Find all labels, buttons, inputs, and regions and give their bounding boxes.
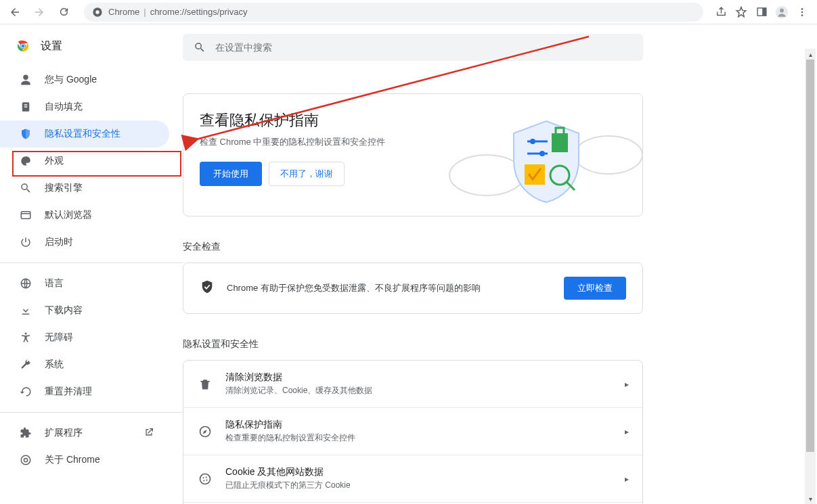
settings-search[interactable]	[183, 34, 643, 61]
shield-check-icon	[200, 279, 215, 297]
sidebar-item-autofill[interactable]: 自动填充	[0, 93, 169, 120]
guide-illustration	[446, 94, 642, 216]
sidebar-item-search-engine[interactable]: 搜索引擎	[0, 175, 169, 202]
search-icon	[19, 181, 32, 195]
power-icon	[19, 235, 32, 249]
guide-title: 查看隐私保护指南	[200, 110, 430, 131]
row-privacy-guide[interactable]: 隐私保护指南检查重要的隐私控制设置和安全控件 ▸	[183, 408, 642, 455]
svg-point-23	[539, 151, 545, 156]
chevron-right-icon: ▸	[625, 380, 629, 389]
svg-point-30	[200, 474, 211, 484]
sidebar-item-appearance[interactable]: 外观	[0, 147, 169, 175]
shield-icon	[19, 127, 32, 141]
person-icon	[19, 73, 32, 87]
svg-point-6	[801, 8, 803, 10]
sidebar-item-on-startup[interactable]: 启动时	[0, 229, 169, 256]
scrollbar[interactable]: ▴ ▾	[805, 49, 816, 504]
sidebar-item-label: 启动时	[45, 236, 73, 248]
arrow-right-icon	[33, 6, 45, 18]
sidebar-item-label: 语言	[45, 277, 64, 290]
row-sub: 清除浏览记录、Cookie、缓存及其他数据	[225, 385, 613, 396]
svg-point-16	[21, 455, 30, 465]
svg-point-5	[780, 8, 784, 12]
sidebar-item-label: 重置并清理	[45, 386, 92, 398]
url-text: Chrome|chrome://settings/privacy	[108, 7, 247, 17]
accessibility-icon	[19, 331, 32, 344]
chrome-favicon-icon	[92, 7, 103, 18]
row-clear-browsing-data[interactable]: 清除浏览数据清除浏览记录、Cookie、缓存及其他数据 ▸	[183, 361, 642, 408]
privacy-guide-card: 查看隐私保护指南 检查 Chrome 中重要的隐私控制设置和安全控件 开始使用 …	[183, 93, 643, 216]
sidebar-item-languages[interactable]: 语言	[0, 270, 169, 297]
svg-rect-12	[21, 212, 30, 219]
profile-icon[interactable]	[775, 5, 789, 19]
svg-point-8	[801, 14, 803, 16]
share-icon[interactable]	[714, 5, 728, 19]
guide-dismiss-button[interactable]: 不用了，谢谢	[269, 162, 345, 186]
settings-search-input[interactable]	[215, 42, 632, 53]
sidebar-item-you-and-google[interactable]: 您与 Google	[0, 66, 169, 93]
privacy-heading: 隐私设置和安全性	[183, 338, 817, 350]
wrench-icon	[19, 358, 32, 371]
svg-point-18	[449, 155, 524, 196]
chrome-icon	[19, 453, 32, 467]
globe-icon	[19, 277, 32, 290]
svg-point-17	[24, 458, 27, 461]
privacy-list: 清除浏览数据清除浏览记录、Cookie、缓存及其他数据 ▸ 隐私保护指南检查重要…	[183, 360, 643, 504]
sidebar-item-reset[interactable]: 重置并清理	[0, 378, 169, 405]
sidebar-item-label: 外观	[45, 155, 64, 167]
sidebar-item-accessibility[interactable]: 无障碍	[0, 324, 169, 351]
sidebar-item-default-browser[interactable]: 默认浏览器	[0, 202, 169, 229]
safety-check-button[interactable]: 立即检查	[564, 277, 626, 300]
svg-point-34	[206, 479, 207, 480]
panel-icon[interactable]	[755, 5, 768, 19]
safety-text: Chrome 有助于保护您免受数据泄露、不良扩展程序等问题的影响	[227, 282, 552, 294]
svg-point-19	[575, 136, 642, 174]
compass-icon	[197, 423, 213, 440]
guide-start-button[interactable]: 开始使用	[200, 162, 262, 186]
row-sub: 检查重要的隐私控制设置和安全控件	[225, 432, 613, 444]
sidebar-item-system[interactable]: 系统	[0, 351, 169, 378]
scroll-thumb[interactable]	[806, 60, 814, 452]
svg-point-1	[95, 10, 99, 14]
browser-toolbar: Chrome|chrome://settings/privacy	[0, 0, 817, 24]
svg-rect-26	[525, 164, 545, 185]
svg-point-15	[25, 333, 27, 335]
bookmark-star-icon[interactable]	[734, 5, 748, 19]
row-cookies[interactable]: Cookie 及其他网站数据已阻止无痕模式下的第三方 Cookie ▸	[183, 455, 642, 503]
sidebar-item-extensions[interactable]: 扩展程序	[0, 419, 169, 446]
sidebar-item-label: 搜索引擎	[45, 182, 83, 194]
restore-icon	[19, 385, 32, 398]
sidebar-item-label: 扩展程序	[45, 427, 83, 439]
sidebar-item-downloads[interactable]: 下载内容	[0, 297, 169, 324]
safety-check-card: Chrome 有助于保护您免受数据泄露、不良扩展程序等问题的影响 立即检查	[183, 262, 643, 314]
external-link-icon	[143, 427, 154, 440]
safety-heading: 安全检查	[183, 241, 817, 253]
sidebar-item-privacy[interactable]: 隐私设置和安全性	[0, 120, 169, 147]
sidebar: 设置 您与 Google 自动填充 隐私设置和安全性 外观 搜索引擎 默认浏览器…	[0, 24, 183, 504]
scroll-up-icon[interactable]: ▴	[805, 49, 816, 60]
trash-icon	[197, 376, 213, 392]
svg-point-21	[530, 139, 535, 144]
sidebar-item-label: 无障碍	[45, 331, 73, 344]
sidebar-item-label: 自动填充	[45, 101, 83, 113]
svg-point-11	[22, 45, 25, 48]
sidebar-item-about-chrome[interactable]: 关于 Chrome	[0, 446, 169, 474]
back-button[interactable]	[5, 3, 24, 22]
svg-point-31	[202, 477, 204, 478]
reload-button[interactable]	[54, 3, 73, 22]
row-title: Cookie 及其他网站数据	[225, 466, 613, 478]
arrow-left-icon	[9, 6, 21, 18]
forward-button[interactable]	[30, 3, 49, 22]
sidebar-item-label: 您与 Google	[45, 74, 97, 86]
scroll-down-icon[interactable]: ▾	[805, 493, 816, 504]
row-title: 清除浏览数据	[225, 371, 613, 384]
svg-rect-24	[552, 133, 568, 152]
palette-icon	[19, 154, 32, 168]
address-bar[interactable]: Chrome|chrome://settings/privacy	[84, 3, 703, 22]
download-icon	[19, 304, 32, 317]
menu-dots-icon[interactable]	[795, 5, 809, 19]
extension-icon	[19, 426, 32, 440]
search-icon	[194, 41, 206, 53]
row-title: 隐私保护指南	[225, 419, 613, 431]
cookie-icon	[197, 471, 213, 487]
